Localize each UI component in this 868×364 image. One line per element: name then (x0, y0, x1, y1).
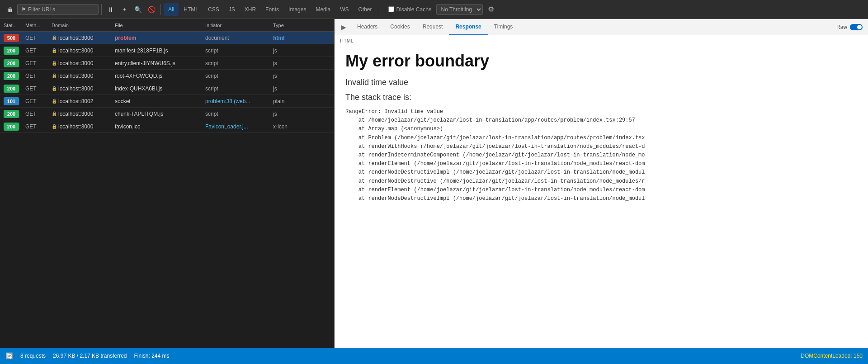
toolbar: 🗑 ⚑ Filter URLs ⏸ + 🔍 🚫 All HTML CSS JS … (0, 0, 868, 19)
table-row[interactable]: 200 GET 🔒 localhost:3000 entry.client-JI… (0, 57, 334, 70)
tab-request[interactable]: Request (416, 19, 449, 35)
status-badge: 500 (2, 34, 24, 42)
domain-cell: 🔒 localhost:3000 (50, 35, 113, 41)
file-cell: favicon.ico (113, 123, 203, 130)
search-button[interactable]: 🔍 (132, 3, 144, 16)
nav-tabs: All HTML CSS JS XHR Fonts Images Media W… (164, 3, 376, 16)
col-header-method[interactable]: Meth... (24, 23, 50, 28)
raw-toggle[interactable]: Raw (833, 24, 866, 30)
lock-icon: 🔒 (52, 86, 57, 91)
domain-cell: 🔒 localhost:8002 (50, 98, 113, 104)
requests-count: 8 requests (20, 353, 46, 359)
table-row[interactable]: 200 GET 🔒 localhost:3000 manifest-2818FF… (0, 44, 334, 57)
disable-cache-text: Disable Cache (396, 6, 431, 13)
separator-2 (160, 4, 161, 15)
network-rows: 500 GET 🔒 localhost:3000 problem documen… (0, 32, 334, 348)
method-cell: GET (24, 73, 50, 79)
status-badge: 101 (2, 97, 24, 105)
status-badge: 200 (2, 72, 24, 80)
tab-response[interactable]: Response (449, 19, 487, 35)
stack-trace-content: RangeError: Invalid time value at /home/… (345, 108, 857, 203)
tab-headers[interactable]: Headers (351, 19, 384, 35)
method-cell: GET (24, 111, 50, 117)
tab-cookies[interactable]: Cookies (384, 19, 416, 35)
domain-cell: 🔒 localhost:3000 (50, 85, 113, 92)
domain-cell: 🔒 localhost:3000 (50, 123, 113, 130)
file-cell: chunk-TAPLITQM.js (113, 111, 203, 117)
settings-button[interactable]: ⚙ (485, 3, 497, 16)
response-panel-icon[interactable]: ▶ (336, 19, 351, 35)
status-badge: 200 (2, 85, 24, 93)
domain-cell: 🔒 localhost:3000 (50, 73, 113, 79)
col-header-file[interactable]: File (113, 23, 203, 28)
col-header-type[interactable]: Type (271, 23, 307, 28)
error-subtitle: Invalid time value (345, 78, 857, 87)
lock-icon: 🔒 (52, 99, 57, 104)
response-content: My error boundary Invalid time value The… (335, 44, 868, 348)
table-row[interactable]: 200 GET 🔒 localhost:3000 chunk-TAPLITQM.… (0, 108, 334, 120)
filter-urls-input[interactable]: ⚑ Filter URLs (17, 4, 99, 15)
file-cell: problem (113, 35, 203, 41)
lock-icon: 🔒 (52, 35, 57, 40)
filter-placeholder: Filter URLs (28, 6, 55, 13)
tab-images[interactable]: Images (284, 3, 311, 16)
html-type-label: HTML (335, 35, 868, 44)
initiator-cell: script (203, 85, 271, 92)
disable-cache-checkbox[interactable] (388, 6, 394, 12)
type-cell: js (271, 111, 307, 117)
tab-media[interactable]: Media (311, 3, 335, 16)
method-cell: GET (24, 60, 50, 66)
file-cell: socket (113, 98, 203, 104)
col-header-status[interactable]: Stat... (2, 23, 24, 28)
status-badge: 200 (2, 123, 24, 131)
status-badge: 200 (2, 47, 24, 55)
tab-ws[interactable]: WS (335, 3, 353, 16)
disable-cache-label[interactable]: Disable Cache (386, 5, 434, 14)
status-badge: 200 (2, 110, 24, 118)
main-content: Stat... Meth... Domain File Initiator Ty… (0, 19, 868, 348)
table-row[interactable]: 200 GET 🔒 localhost:3000 root-4XFCWCQD.j… (0, 70, 334, 82)
initiator-cell[interactable]: problem:38 (web... (203, 98, 271, 104)
tab-timings[interactable]: Timings (488, 19, 519, 35)
domain-cell: 🔒 localhost:3000 (50, 111, 113, 117)
col-header-domain[interactable]: Domain (50, 23, 113, 28)
table-row[interactable]: 200 GET 🔒 localhost:3000 index-QUHXA6BI.… (0, 82, 334, 95)
tab-xhr[interactable]: XHR (240, 3, 260, 16)
response-tabs: ▶ Headers Cookies Request Response Timin… (335, 19, 868, 35)
table-row[interactable]: 101 GET 🔒 localhost:8002 socket problem:… (0, 95, 334, 108)
tab-fonts[interactable]: Fonts (261, 3, 283, 16)
file-cell: index-QUHXA6BI.js (113, 85, 203, 92)
col-header-initiator[interactable]: Initiator (203, 23, 271, 28)
lock-icon: 🔒 (52, 111, 57, 116)
initiator-cell[interactable]: FaviconLoader.j... (203, 123, 271, 130)
status-badge: 200 (2, 59, 24, 67)
type-cell: html (271, 35, 307, 41)
initiator-cell: document (203, 35, 271, 41)
method-cell: GET (24, 35, 50, 41)
add-button[interactable]: + (118, 3, 131, 16)
tab-html[interactable]: HTML (179, 3, 203, 16)
type-cell: js (271, 73, 307, 79)
lock-icon: 🔒 (52, 73, 57, 78)
raw-toggle-switch[interactable] (850, 24, 863, 30)
table-row[interactable]: 200 GET 🔒 localhost:3000 favicon.ico Fav… (0, 120, 334, 133)
separator-3 (379, 4, 379, 15)
type-cell: js (271, 60, 307, 66)
tab-all[interactable]: All (164, 3, 179, 16)
tab-other[interactable]: Other (354, 3, 376, 16)
finish-time: Finish: 244 ms (134, 353, 169, 359)
separator-1 (101, 4, 102, 15)
initiator-cell: script (203, 60, 271, 66)
lock-icon: 🔒 (52, 48, 57, 53)
stack-trace-label: The stack trace is: (345, 93, 857, 102)
block-button[interactable]: 🚫 (145, 3, 158, 16)
clear-button[interactable]: 🗑 (4, 3, 16, 16)
throttle-select[interactable]: No Throttling (436, 4, 483, 15)
type-cell: js (271, 85, 307, 92)
table-row[interactable]: 500 GET 🔒 localhost:3000 problem documen… (0, 32, 334, 44)
tab-css[interactable]: CSS (203, 3, 224, 16)
pause-button[interactable]: ⏸ (104, 3, 117, 16)
tab-js[interactable]: JS (224, 3, 240, 16)
initiator-cell: script (203, 111, 271, 117)
initiator-cell: script (203, 47, 271, 54)
